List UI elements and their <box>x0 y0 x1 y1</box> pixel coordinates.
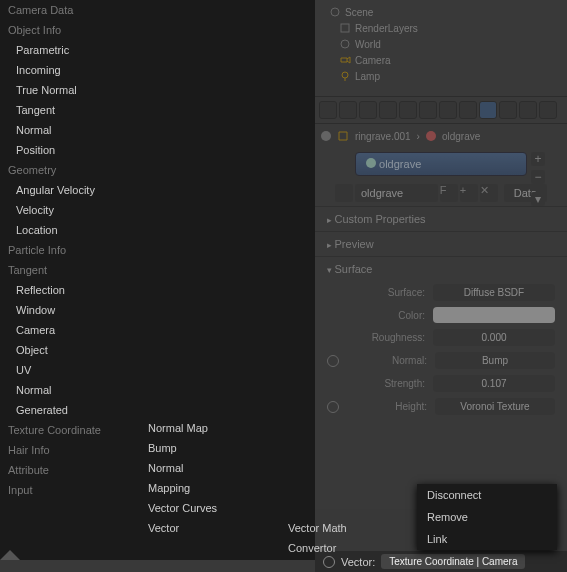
tab-material[interactable] <box>479 101 497 119</box>
menu-item[interactable]: Normal <box>0 120 140 140</box>
ctx-disconnect[interactable]: Disconnect <box>417 484 557 506</box>
svg-point-0 <box>331 8 339 16</box>
panel-preview[interactable]: Preview <box>315 231 567 256</box>
menu-header[interactable]: Texture Coordinate <box>0 420 140 440</box>
strength-slider[interactable]: 0.107 <box>433 375 555 392</box>
new-button[interactable]: + <box>460 184 478 202</box>
menu-item[interactable]: Camera <box>0 320 140 340</box>
height-label: Height: <box>347 401 427 412</box>
material-id-field[interactable]: oldgrave <box>355 184 438 202</box>
item-label: RenderLayers <box>355 23 418 34</box>
prop-normal: Normal: Bump <box>315 349 567 372</box>
tab-world[interactable] <box>379 101 397 119</box>
menu-header[interactable]: Input <box>0 480 140 500</box>
scene-label: Scene <box>345 7 373 18</box>
vector-value-dropdown[interactable]: Texture Coordinate | Camera <box>381 554 525 569</box>
menu-item[interactable]: Normal <box>140 458 280 478</box>
tab-modifiers[interactable] <box>439 101 457 119</box>
menu-header[interactable]: Geometry <box>0 160 140 180</box>
ctx-link[interactable]: Link <box>417 528 557 550</box>
menu-item[interactable]: Location <box>0 220 140 240</box>
unlink-button[interactable]: ✕ <box>480 184 498 202</box>
outliner-item[interactable]: Camera <box>319 52 563 68</box>
menu-item[interactable]: Position <box>0 140 140 160</box>
breadcrumb-material[interactable]: oldgrave <box>442 131 480 142</box>
material-id-row: oldgrave F + ✕ Data <box>315 180 567 206</box>
menu-item[interactable]: Reflection <box>0 280 140 300</box>
roughness-slider[interactable]: 0.000 <box>433 329 555 346</box>
menu-item[interactable]: UV <box>0 360 140 380</box>
item-label: World <box>355 39 381 50</box>
material-name: oldgrave <box>379 158 421 170</box>
menu-item[interactable]: Incoming <box>0 60 140 80</box>
panel-surface[interactable]: Surface <box>315 256 567 281</box>
menu-item[interactable]: Vector Curves <box>140 498 280 518</box>
surface-shader-dropdown[interactable]: Diffuse BSDF <box>433 284 555 301</box>
menu-item[interactable]: Window <box>0 300 140 320</box>
svg-point-3 <box>342 72 348 78</box>
resize-corner[interactable] <box>0 550 20 560</box>
pin-icon[interactable] <box>321 131 331 141</box>
mesh-icon <box>337 130 349 142</box>
breadcrumb: ringrave.001 › oldgrave <box>315 124 567 148</box>
slot-menu-button[interactable]: ▾ <box>531 192 545 206</box>
material-browse-icon[interactable] <box>335 184 353 202</box>
color-swatch[interactable] <box>433 307 555 323</box>
tab-render[interactable] <box>319 101 337 119</box>
lamp-icon <box>339 70 351 82</box>
material-icon <box>426 131 436 141</box>
menu-item[interactable]: True Normal <box>0 80 140 100</box>
menu-item[interactable]: Vector Math <box>280 518 380 538</box>
tab-particles[interactable] <box>519 101 537 119</box>
tab-constraints[interactable] <box>419 101 437 119</box>
fake-user-button[interactable]: F <box>440 184 458 202</box>
outliner: Scene RenderLayers World Camera Lamp <box>315 0 567 88</box>
breadcrumb-sep: › <box>417 131 420 142</box>
outliner-item[interactable]: World <box>319 36 563 52</box>
material-slot[interactable]: oldgrave <box>355 152 527 176</box>
menu-item[interactable]: Tangent <box>0 100 140 120</box>
menu-header[interactable]: Attribute <box>0 460 140 480</box>
normal-dropdown[interactable]: Bump <box>435 352 555 369</box>
socket-icon[interactable] <box>327 401 339 413</box>
tab-texture[interactable] <box>499 101 517 119</box>
tab-scene[interactable] <box>359 101 377 119</box>
menu-header[interactable]: Object Info <box>0 20 140 40</box>
menu-item[interactable]: Bump <box>140 438 280 458</box>
camera-icon <box>339 54 351 66</box>
outliner-scene[interactable]: Scene <box>319 4 563 20</box>
menu-column-1: Camera DataObject InfoParametricIncoming… <box>0 0 140 500</box>
roughness-label: Roughness: <box>345 332 425 343</box>
outliner-item[interactable]: RenderLayers <box>319 20 563 36</box>
socket-icon[interactable] <box>327 355 339 367</box>
outliner-item[interactable]: Lamp <box>319 68 563 84</box>
menu-header[interactable]: Hair Info <box>0 440 140 460</box>
tab-physics[interactable] <box>539 101 557 119</box>
menu-item[interactable]: Parametric <box>0 40 140 60</box>
breadcrumb-object[interactable]: ringrave.001 <box>355 131 411 142</box>
menu-header[interactable]: Particle Info <box>0 240 140 260</box>
tab-data[interactable] <box>459 101 477 119</box>
menu-item[interactable]: Object <box>0 340 140 360</box>
menu-item[interactable]: Convertor <box>280 538 380 558</box>
height-dropdown[interactable]: Voronoi Texture <box>435 398 555 415</box>
menu-item[interactable]: Velocity <box>0 200 140 220</box>
properties-tabs <box>315 96 567 124</box>
surface-label: Surface: <box>345 287 425 298</box>
panel-custom-properties[interactable]: Custom Properties <box>315 206 567 231</box>
menu-item[interactable]: Angular Velocity <box>0 180 140 200</box>
tab-object[interactable] <box>399 101 417 119</box>
menu-header[interactable]: Camera Data <box>0 0 140 20</box>
add-slot-button[interactable]: + <box>531 152 545 166</box>
menu-item[interactable]: Generated <box>0 400 140 420</box>
ctx-remove[interactable]: Remove <box>417 506 557 528</box>
slot-icon <box>366 158 376 168</box>
tab-layers[interactable] <box>339 101 357 119</box>
menu-item[interactable]: Vector <box>140 518 280 538</box>
menu-item[interactable]: Mapping <box>140 478 280 498</box>
menu-header[interactable]: Tangent <box>0 260 140 280</box>
menu-column-3: Vector MathConvertor <box>280 518 380 560</box>
menu-item[interactable]: Normal <box>0 380 140 400</box>
menu-item[interactable]: Normal Map <box>140 418 280 438</box>
remove-slot-button[interactable]: − <box>531 170 545 184</box>
